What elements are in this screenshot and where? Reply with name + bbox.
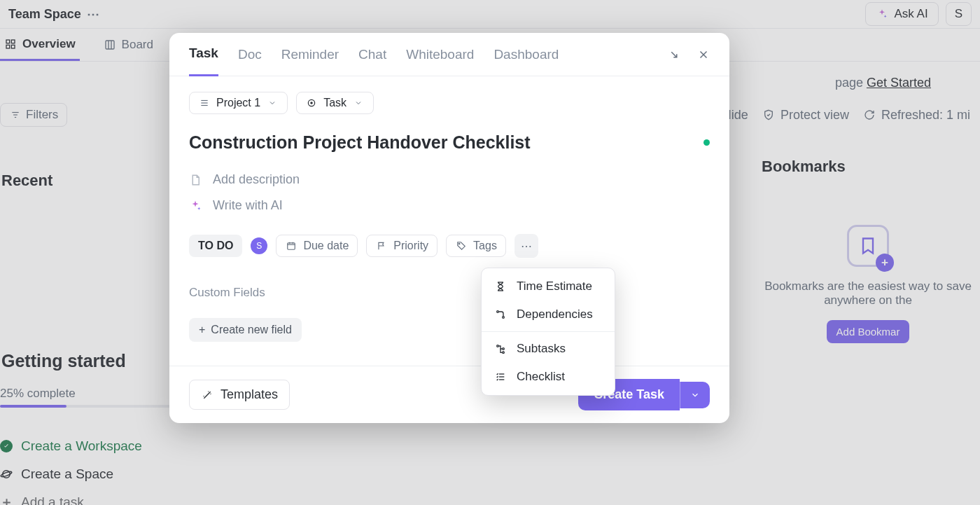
page-icon xyxy=(189,174,202,186)
tags-chip[interactable]: Tags xyxy=(446,235,506,257)
gs-item-add-task[interactable]: ＋ Add a task xyxy=(0,494,266,505)
dependencies-icon xyxy=(494,308,507,321)
svg-rect-3 xyxy=(11,45,15,48)
status-chip[interactable]: TO DO xyxy=(189,235,242,257)
space-title: Team Space xyxy=(8,7,81,22)
custom-fields-label: Custom Fields xyxy=(189,286,710,300)
hourglass-icon xyxy=(494,280,507,293)
plus-icon: + xyxy=(199,324,205,336)
modal-tab-task[interactable]: Task xyxy=(189,33,218,76)
close-icon[interactable] xyxy=(697,48,710,61)
planet-icon xyxy=(0,468,13,480)
svg-rect-2 xyxy=(6,45,10,48)
header-right-button[interactable]: S xyxy=(946,2,972,26)
dd-dependencies[interactable]: Dependencies xyxy=(482,300,615,328)
tab-overview[interactable]: Overview xyxy=(0,29,80,61)
project-selector[interactable]: Project 1 xyxy=(189,92,288,114)
space-more-icon[interactable]: ⋯ xyxy=(87,6,99,22)
calendar-icon xyxy=(285,240,298,252)
type-selector[interactable]: Task xyxy=(296,92,374,114)
sparkle-icon xyxy=(189,200,202,212)
add-description-button[interactable]: Add description xyxy=(189,172,710,187)
refreshed-indicator[interactable]: Refreshed: 1 mi xyxy=(863,108,970,123)
presence-indicator xyxy=(704,139,710,146)
check-circle-icon xyxy=(0,440,13,452)
sparkle-icon xyxy=(876,8,888,20)
plus-icon: ＋ xyxy=(0,496,13,505)
svg-rect-25 xyxy=(288,243,295,249)
assignee-avatar[interactable]: S xyxy=(251,237,267,254)
modal-tab-whiteboard[interactable]: Whiteboard xyxy=(406,33,474,76)
svg-point-30 xyxy=(497,311,499,313)
protect-view-button[interactable]: Protect view xyxy=(762,108,849,123)
modal-tab-dashboard[interactable]: Dashboard xyxy=(493,33,559,76)
more-options-dropdown: Time Estimate Dependencies Subtasks Chec… xyxy=(481,268,615,396)
svg-point-31 xyxy=(503,317,505,319)
due-date-chip[interactable]: Due date xyxy=(276,235,358,257)
grid-icon xyxy=(4,38,17,50)
gs-item-create-space[interactable]: Create a Space xyxy=(0,466,266,482)
checklist-icon xyxy=(494,371,507,383)
gs-item-create-workspace[interactable]: Create a Workspace xyxy=(0,438,266,454)
svg-rect-1 xyxy=(11,40,15,43)
templates-button[interactable]: Templates xyxy=(189,380,290,410)
svg-rect-4 xyxy=(106,41,114,49)
board-icon xyxy=(104,39,116,51)
svg-point-29 xyxy=(458,243,460,244)
bookmark-desc: Bookmarks are the easiest way to save an… xyxy=(756,279,980,307)
ask-ai-label: Ask AI xyxy=(894,7,927,21)
list-small-icon xyxy=(198,97,211,109)
bookmark-empty-icon: + xyxy=(847,225,889,267)
wand-icon xyxy=(201,389,214,401)
svg-point-17 xyxy=(0,471,12,478)
priority-chip[interactable]: Priority xyxy=(366,235,438,257)
refresh-icon xyxy=(863,109,876,121)
add-bookmark-button[interactable]: Add Bookmar xyxy=(827,320,910,343)
dd-subtasks[interactable]: Subtasks xyxy=(482,335,615,363)
chevron-down-icon xyxy=(352,97,365,109)
svg-point-34 xyxy=(503,352,505,354)
modal-tab-doc[interactable]: Doc xyxy=(238,33,262,76)
bookmark-plus-badge: + xyxy=(876,254,894,272)
svg-point-24 xyxy=(310,102,313,104)
flag-icon xyxy=(375,240,388,252)
ask-ai-button[interactable]: Ask AI xyxy=(865,2,938,26)
subtasks-icon xyxy=(494,343,507,355)
tag-icon xyxy=(455,240,468,252)
create-field-button[interactable]: + Create new field xyxy=(189,318,302,342)
record-icon xyxy=(305,97,318,109)
filter-icon xyxy=(9,109,22,121)
shield-icon xyxy=(762,109,775,121)
filters-button[interactable]: Filters xyxy=(0,103,67,127)
bookmarks-heading: Bookmarks xyxy=(762,158,980,176)
expand-icon[interactable] xyxy=(668,48,680,61)
modal-tab-chat[interactable]: Chat xyxy=(358,33,386,76)
chevron-down-icon xyxy=(266,97,279,109)
create-task-modal: Task Doc Reminder Chat Whiteboard Dashbo… xyxy=(169,33,729,423)
ellipsis-icon: ⋯ xyxy=(521,240,532,253)
tab-board[interactable]: Board xyxy=(99,29,158,61)
get-started-link[interactable]: Get Started xyxy=(867,76,931,90)
dd-checklist[interactable]: Checklist xyxy=(482,363,615,391)
svg-point-33 xyxy=(503,348,505,350)
more-options-button[interactable]: ⋯ xyxy=(514,234,538,258)
dd-time-estimate[interactable]: Time Estimate xyxy=(482,272,615,300)
create-task-more-button[interactable] xyxy=(680,382,710,408)
modal-tab-reminder[interactable]: Reminder xyxy=(281,33,339,76)
write-with-ai-button[interactable]: Write with AI xyxy=(189,198,710,213)
task-title[interactable]: Construction Project Handover Checklist xyxy=(189,132,531,153)
svg-rect-0 xyxy=(6,40,10,43)
svg-point-32 xyxy=(497,345,499,347)
